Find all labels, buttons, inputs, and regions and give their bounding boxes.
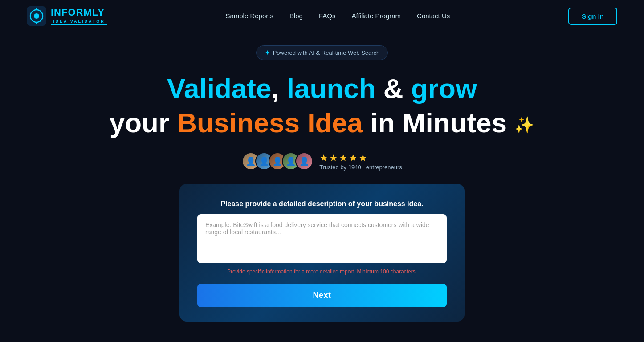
title-in: in (363, 107, 403, 138)
next-button[interactable]: Next (197, 284, 447, 307)
title-validate: Validate (167, 73, 271, 104)
title-and: & (376, 73, 411, 104)
nav-faqs[interactable]: FAQs (319, 12, 336, 20)
powered-badge: ✦ Powered with AI & Real-time Web Search (256, 45, 388, 60)
avatar-group: 👤 👤 👤 👤 👤 (242, 152, 313, 170)
powered-text: Powered with AI & Real-time Web Search (273, 49, 380, 56)
form-hint: Provide specific information for a more … (197, 269, 447, 275)
svg-point-2 (34, 13, 39, 19)
hero-title-line1: Validate, launch & grow (9, 73, 635, 104)
rating-info: ★★★★★ Trusted by 1940+ entrepreneurs (319, 152, 402, 171)
logo[interactable]: INFORMLY IDEA VALIDATOR (27, 6, 107, 26)
nav-contact-us[interactable]: Contact Us (417, 12, 450, 20)
title-grow: grow (411, 73, 477, 104)
logo-icon (27, 6, 46, 26)
title-launch: launch (287, 73, 376, 104)
title-your: your (110, 107, 177, 138)
spark-icon: ✦ (265, 49, 270, 57)
avatar: 👤 (295, 152, 313, 170)
nav-blog[interactable]: Blog (289, 12, 303, 20)
nav-sample-reports[interactable]: Sample Reports (225, 12, 273, 20)
sparkle-icon: ✨ (514, 116, 534, 134)
logo-name: INFORMLY (51, 7, 107, 18)
hero-title-line2: your Business Idea in Minutes ✨ (9, 107, 635, 138)
title-business-idea: Business Idea (177, 107, 363, 138)
form-label: Please provide a detailed description of… (197, 200, 447, 208)
signin-button[interactable]: Sign In (568, 8, 617, 25)
business-idea-textarea[interactable] (197, 214, 447, 263)
social-proof: 👤 👤 👤 👤 👤 ★★★★★ Trusted by 1940+ entrepr… (9, 152, 635, 171)
navbar: INFORMLY IDEA VALIDATOR Sample Reports B… (0, 0, 644, 32)
nav-links: Sample Reports Blog FAQs Affiliate Progr… (225, 12, 450, 20)
star-rating: ★★★★★ (319, 152, 368, 164)
form-card: Please provide a detailed description of… (179, 184, 465, 322)
logo-sub: IDEA VALIDATOR (51, 19, 107, 25)
title-minutes: Minutes (403, 107, 507, 138)
title-sep: , (271, 73, 286, 104)
trusted-text: Trusted by 1940+ entrepreneurs (319, 164, 402, 171)
nav-affiliate-program[interactable]: Affiliate Program (351, 12, 401, 20)
hero-section: ✦ Powered with AI & Real-time Web Search… (0, 32, 644, 326)
